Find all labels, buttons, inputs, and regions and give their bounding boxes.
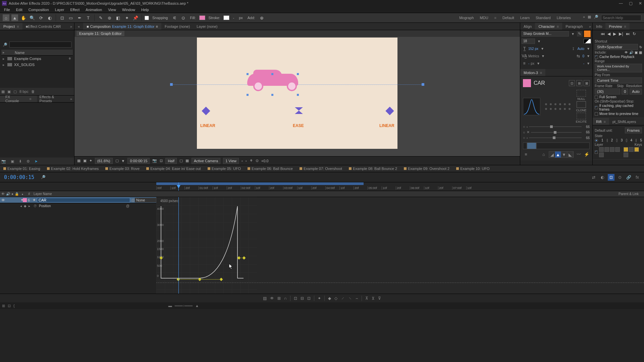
tab-paragraph[interactable]: Paragraph <box>562 23 586 30</box>
overflow-icon[interactable]: » <box>583 15 585 21</box>
m3-opt-icon[interactable]: ⊠ <box>584 80 590 86</box>
overflow-icon[interactable]: » <box>588 24 592 28</box>
prev-frame-icon[interactable]: ◀ <box>607 32 610 36</box>
share-icon[interactable]: ➤ <box>35 159 38 164</box>
slider-prev-icon[interactable]: ✕ <box>527 130 530 134</box>
ge-fitv-icon[interactable]: ⊡ <box>307 296 311 301</box>
layer-color-chip[interactable] <box>23 198 27 202</box>
excite-icon[interactable] <box>577 113 586 119</box>
font-style-dropdown[interactable]: 18 <box>522 39 535 44</box>
brace-icon[interactable]: { <box>13 304 15 308</box>
tab-info[interactable]: Info <box>593 23 605 30</box>
kf-nav-prev[interactable]: ◂ <box>20 204 22 208</box>
new-comp-icon[interactable]: ▣ <box>7 89 11 94</box>
project-folder-item[interactable]: ▸ Example Comps ⚘ <box>1 56 73 62</box>
tl-btn-icon[interactable]: fx <box>634 174 641 181</box>
timeline-tab[interactable]: Example 08: Ball Bounce 2 <box>345 165 400 172</box>
audio-icon[interactable]: 🔊 <box>6 192 10 196</box>
slider-value[interactable]: 66 <box>583 125 590 129</box>
project-search-input[interactable] <box>9 42 71 48</box>
workspace-menu-icon[interactable]: ≡ <box>494 16 496 20</box>
opt-icon[interactable]: ▫ <box>241 159 243 163</box>
type-tool[interactable]: T <box>85 14 92 21</box>
chevron-down-icon[interactable]: ▾ <box>540 46 545 51</box>
tab-preview[interactable]: Preview≡ <box>605 23 630 30</box>
inc-audio-icon[interactable]: 🔊 <box>629 51 633 54</box>
tab-align[interactable]: Align <box>520 23 535 30</box>
tl-btn-icon[interactable]: 🔗 <box>625 174 632 181</box>
ge-choose-icon[interactable]: ▤ <box>263 296 267 301</box>
eyedropper-icon[interactable]: ✎ <box>577 31 582 37</box>
state-radio-2[interactable] <box>607 139 608 142</box>
selection-handle[interactable] <box>297 94 299 96</box>
layer-row[interactable]: 👁 ▾ 6 ★ @ None <box>0 197 156 203</box>
chevron-down-icon[interactable]: ▾ <box>586 61 591 66</box>
ease-preset-icon[interactable]: ◢ <box>549 152 555 158</box>
ge-graph-icon[interactable]: ⊞ <box>277 296 281 301</box>
chevron-down-icon[interactable]: ▾ <box>586 53 591 59</box>
skip-dropdown[interactable]: 0 <box>622 88 628 95</box>
ge-fit-icon[interactable]: ⊡ <box>294 296 297 301</box>
slider-left-icon[interactable]: ○ <box>523 130 525 134</box>
res-icon[interactable]: ▢ <box>115 159 119 163</box>
ch-icon[interactable]: ▼ <box>121 159 125 163</box>
puppet-tool[interactable]: 📌 <box>132 14 139 21</box>
defaultunit-dropdown[interactable]: Frames <box>625 127 642 133</box>
ease-preset-icon[interactable]: ▼ <box>561 152 567 158</box>
inc-fx-icon[interactable]: ▦ <box>639 51 642 54</box>
menu-layer[interactable]: Layer <box>52 8 67 12</box>
slider-prev-icon[interactable]: ‹ <box>527 125 528 129</box>
range-dropdown[interactable]: Work Area Extended By Current... <box>595 64 642 72</box>
selection-handle[interactable] <box>247 73 249 75</box>
slider-left-icon[interactable]: ○ <box>523 125 525 129</box>
eraser-tool[interactable]: ◧ <box>115 14 121 21</box>
lock-icon[interactable]: 🔒 <box>15 192 19 196</box>
toggle-modes-icon[interactable]: ⊡ <box>8 304 11 308</box>
selection-handle[interactable] <box>271 73 273 75</box>
inc-overlay-icon[interactable]: ▣ <box>635 51 638 54</box>
pickwhip-icon[interactable]: @ <box>126 204 129 208</box>
search-icon[interactable]: 🔎 <box>594 15 598 21</box>
tab-character[interactable]: Character≡ <box>535 23 562 30</box>
shortcut-dropdown[interactable]: Shift+Spacebar <box>595 44 638 50</box>
stroke-swatch[interactable] <box>223 15 229 20</box>
menu-file[interactable]: File <box>1 8 13 12</box>
graph-editor[interactable]: 4500 px/sec 4000 3000 2000 1500 1000 500… <box>156 197 644 294</box>
workspace-mograph[interactable]: Mograph <box>459 16 474 20</box>
work-area-bar[interactable] <box>156 182 364 185</box>
m3-opt-icon[interactable]: ⊡ <box>569 80 575 86</box>
pickwhip-icon[interactable]: @ <box>130 198 135 202</box>
ge-fith-icon[interactable]: ⊟ <box>301 296 304 301</box>
parent-dropdown[interactable]: None <box>135 198 156 202</box>
res-dropdown[interactable]: Auto <box>630 88 642 95</box>
cache-checkbox[interactable] <box>595 55 598 59</box>
tl-btn-icon[interactable]: ◐ <box>599 174 606 181</box>
fr-dropdown[interactable]: (30) <box>595 88 620 95</box>
twirl-icon[interactable]: ▸ <box>3 57 5 61</box>
tab-layer[interactable]: Layer (none) <box>193 23 221 30</box>
workspace-learn[interactable]: Learn <box>520 16 530 20</box>
tab-prev-icon[interactable]: « <box>74 23 83 30</box>
home-icon[interactable]: ⌂ <box>3 14 9 21</box>
tab-effect-controls[interactable]: ■ Effect Controls CAR <box>22 23 64 30</box>
state-radio-5[interactable] <box>636 139 637 142</box>
project-column-header[interactable]: ▸ Name <box>1 50 73 56</box>
zoom-out-icon[interactable]: ▬ <box>168 304 172 308</box>
maximize-button[interactable]: ▢ <box>629 1 633 6</box>
clone-tool[interactable]: ⊛ <box>106 14 113 21</box>
menu-view[interactable]: View <box>105 8 119 12</box>
slider-value[interactable]: 66 <box>583 136 590 140</box>
font-size-value[interactable]: 152 px <box>528 47 538 51</box>
timeline-tab[interactable]: Example 04: Ease in/ Ease out <box>143 165 204 172</box>
eye-icon[interactable]: 👁 <box>1 192 5 196</box>
view-dropdown[interactable]: 1 View <box>223 158 239 164</box>
twirl-icon[interactable]: ▾ <box>20 198 23 202</box>
stopwatch-icon[interactable]: ⏱ <box>34 204 37 208</box>
keys-grid[interactable] <box>624 147 642 157</box>
m3-timeline-bar[interactable] <box>523 142 590 149</box>
kf-nav-next[interactable]: ▸ <box>29 204 30 208</box>
menu-window[interactable]: Window <box>119 8 138 12</box>
ge-easyease-icon[interactable]: ⊼ <box>365 296 368 301</box>
fullscreen-checkbox[interactable] <box>595 96 598 99</box>
panel-icon[interactable]: ▦ <box>588 15 591 21</box>
